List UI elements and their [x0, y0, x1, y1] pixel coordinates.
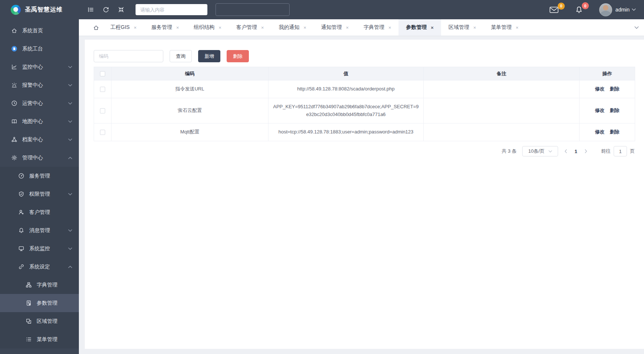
close-icon[interactable]: ×	[515, 25, 518, 30]
sidebar-item-alarm-center[interactable]: 报警中心	[0, 76, 79, 94]
sidebar-item-menu-mgmt[interactable]: 菜单管理	[0, 330, 79, 348]
close-icon[interactable]: ×	[134, 25, 137, 30]
sidebar-item-label: 区域管理	[37, 318, 57, 325]
tab-service-mgmt[interactable]: 服务管理×	[144, 19, 187, 36]
close-icon[interactable]: ×	[218, 25, 221, 30]
cell-remark	[424, 123, 580, 141]
next-page-button[interactable]	[584, 149, 588, 153]
delete-link[interactable]: 删除	[610, 129, 620, 135]
chevron-down-icon	[68, 120, 72, 123]
header-search-input[interactable]	[136, 4, 207, 15]
delete-link[interactable]: 删除	[610, 86, 620, 92]
sidebar-item-archive-center[interactable]: 档案中心	[0, 130, 79, 149]
sitemap-icon	[25, 282, 32, 288]
sidebar-item-label: 字典管理	[37, 282, 57, 288]
row-checkbox[interactable]	[100, 130, 105, 135]
sidebar-item-region-mgmt[interactable]: 区域管理	[0, 312, 79, 330]
close-icon[interactable]: ×	[176, 25, 179, 30]
tab-customer-mgmt[interactable]: 客户管理×	[229, 19, 271, 36]
sidebar-item-operation-center[interactable]: 运营中心	[0, 94, 79, 112]
prev-page-button[interactable]	[564, 149, 567, 153]
tab-label: 菜单管理	[491, 24, 511, 31]
tab-region-mgmt[interactable]: 区域管理×	[441, 19, 484, 36]
edit-link[interactable]: 修改	[595, 86, 605, 92]
chevron-up-icon	[68, 265, 72, 268]
tab-overflow-chevron[interactable]	[634, 19, 639, 36]
sidebar-item-home[interactable]: 系统首页	[0, 21, 79, 40]
fullscreen-icon[interactable]	[118, 6, 124, 13]
sidebar-item-message-mgmt[interactable]: 消息管理	[0, 221, 79, 239]
collapse-sidebar-icon[interactable]	[87, 6, 94, 13]
goto-page-input[interactable]	[614, 146, 627, 156]
pagination-total: 共 3 条	[502, 148, 517, 155]
tab-home[interactable]	[93, 19, 99, 36]
header-select[interactable]	[216, 3, 290, 16]
goto-label: 前往	[601, 148, 611, 155]
sidebar-item-management-center[interactable]: 管理中心	[0, 149, 79, 167]
edit-link[interactable]: 修改	[595, 107, 605, 113]
tab-my-notices[interactable]: 我的通知×	[271, 19, 314, 36]
row-checkbox[interactable]	[100, 87, 105, 92]
sidebar-item-system-monitor[interactable]: 系统监控	[0, 239, 79, 258]
edit-link[interactable]: 修改	[595, 129, 605, 135]
sidebar-item-system-settings[interactable]: 系统设定	[0, 258, 79, 276]
tab-label: 客户管理	[236, 24, 257, 31]
shield-check-icon	[18, 191, 25, 197]
close-icon[interactable]: ×	[388, 25, 391, 30]
query-button[interactable]: 查询	[170, 50, 192, 62]
sidebar-item-permission-mgmt[interactable]: 权限管理	[0, 185, 79, 203]
tab-param-mgmt[interactable]: 参数管理×	[398, 19, 441, 36]
sidebar-item-param-mgmt[interactable]: 参数管理	[0, 294, 79, 312]
tab-bar: 工程GIS×服务管理×组织结构×客户管理×我的通知×通知管理×字典管理×参数管理…	[79, 19, 644, 36]
chevron-down-icon	[632, 8, 636, 11]
line-chart-icon	[11, 64, 18, 70]
close-icon[interactable]: ×	[431, 25, 434, 30]
tab-dict-mgmt[interactable]: 字典管理×	[356, 19, 399, 36]
app-logo[interactable]: 圣禹智慧运维	[0, 0, 79, 19]
workbench-icon	[11, 46, 18, 52]
cell-actions: 修改删除	[580, 123, 635, 141]
close-icon[interactable]: ×	[304, 25, 307, 30]
tab-label: 工程GIS	[110, 24, 130, 31]
tab-gis[interactable]: 工程GIS×	[103, 19, 144, 36]
sidebar-item-map-center[interactable]: 地图中心	[0, 112, 79, 130]
sidebar-item-label: 客户管理	[29, 209, 50, 216]
page-size-select[interactable]: 10条/页	[522, 146, 558, 156]
cell-code: 指令发送URL	[111, 80, 268, 98]
current-page[interactable]: 1	[573, 149, 578, 154]
select-all-checkbox[interactable]	[100, 71, 105, 76]
tab-notice-mgmt[interactable]: 通知管理×	[314, 19, 356, 36]
chevron-down-icon	[68, 84, 72, 87]
sidebar-item-customer-mgmt[interactable]: 客户管理	[0, 203, 79, 221]
row-checkbox[interactable]	[100, 108, 105, 113]
column-header: 编码	[111, 67, 268, 80]
notifications-button[interactable]: 0	[575, 6, 583, 14]
delete-link[interactable]: 删除	[610, 107, 620, 113]
close-icon[interactable]: ×	[346, 25, 349, 30]
close-icon[interactable]: ×	[473, 25, 476, 30]
user-menu[interactable]: admin	[599, 3, 636, 16]
refresh-icon[interactable]	[103, 6, 109, 13]
sidebar-item-label: 系统首页	[22, 27, 43, 34]
map-book-icon	[11, 118, 18, 125]
mail-button[interactable]: 0	[549, 6, 559, 14]
tab-label: 字典管理	[364, 24, 384, 31]
code-filter-input[interactable]	[94, 50, 163, 62]
bell-icon	[18, 227, 25, 234]
sidebar-item-service-mgmt[interactable]: 服务管理	[0, 167, 79, 185]
topbar: 0 0 admin	[79, 0, 644, 19]
tab-org-structure[interactable]: 组织结构×	[186, 19, 229, 36]
sidebar-item-dict-mgmt[interactable]: 字典管理	[0, 276, 79, 294]
sidebar-item-monitoring-center[interactable]: 监控中心	[0, 58, 79, 76]
sidebar-item-label: 报警中心	[22, 82, 43, 89]
sidebar-item-label: 系统工台	[22, 46, 43, 52]
add-button[interactable]: 新增	[198, 50, 220, 62]
sidebar-item-label: 服务管理	[29, 173, 50, 179]
close-icon[interactable]: ×	[261, 25, 264, 30]
link-icon	[18, 264, 25, 270]
sidebar-item-workbench[interactable]: 系统工台	[0, 40, 79, 58]
delete-button[interactable]: 删除	[227, 50, 249, 62]
app-title: 圣禹智慧运维	[25, 6, 63, 14]
sidebar-item-label: 系统设定	[29, 264, 50, 270]
tab-menu-mgmt[interactable]: 菜单管理×	[483, 19, 526, 36]
